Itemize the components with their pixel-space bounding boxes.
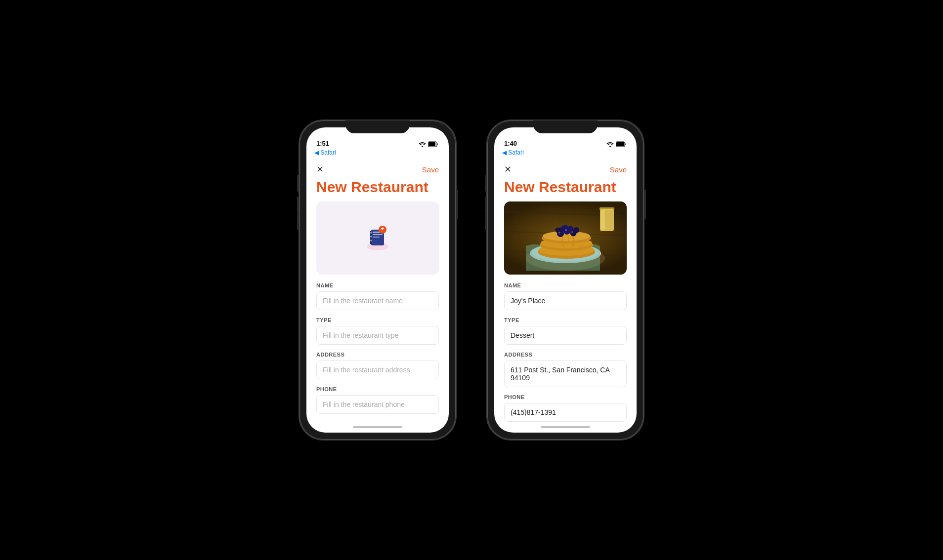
name-value-right[interactable]: Joy's Place [504, 291, 627, 310]
svg-point-0 [422, 146, 423, 147]
screen-right: 1:40 ◀ Safari [494, 127, 637, 433]
svg-rect-2 [429, 142, 435, 146]
nav-bar-left: ✕ Save [306, 160, 449, 177]
svg-rect-44 [600, 207, 614, 210]
svg-point-40 [565, 229, 567, 231]
screen-left: 1:51 [306, 127, 449, 433]
save-button-right[interactable]: Save [610, 165, 627, 174]
wifi-icon-left [419, 142, 426, 147]
address-value-right[interactable]: 611 Post St., San Francisco, CA 94109 [504, 360, 627, 387]
time-right: 1:40 [504, 140, 517, 147]
status-icons-right [606, 141, 627, 147]
phone-label-right: PHONE [504, 394, 627, 400]
address-label-right: ADDRESS [504, 352, 627, 358]
name-input-left[interactable] [316, 291, 439, 310]
add-photo-icon-left [360, 221, 395, 255]
photo-container-right[interactable] [504, 201, 627, 275]
home-indicator-right [494, 422, 637, 433]
form-right: NAME Joy's Place TYPE Dessert ADDRESS 61… [494, 282, 637, 422]
save-button-left[interactable]: Save [422, 165, 439, 174]
time-left: 1:51 [316, 140, 329, 147]
type-value-right[interactable]: Dessert [504, 326, 627, 345]
svg-rect-7 [373, 237, 380, 238]
name-label-left: NAME [316, 282, 439, 288]
pancake-image [504, 201, 627, 275]
left-phone: 1:51 [299, 120, 457, 440]
wifi-icon-right [606, 142, 614, 147]
phone-shell-left: 1:51 [299, 120, 457, 440]
type-label-left: TYPE [316, 317, 439, 323]
battery-icon-left [428, 141, 439, 147]
form-left: NAME TYPE ADDRESS PHONE DESCRIPTION [306, 282, 449, 422]
svg-point-15 [609, 146, 611, 147]
svg-point-12 [370, 232, 372, 234]
svg-rect-6 [373, 234, 383, 235]
address-input-left[interactable] [316, 360, 439, 379]
name-label-right: NAME [504, 282, 627, 288]
home-bar-right [541, 426, 590, 428]
safari-bar-left: ◀ Safari [306, 149, 449, 160]
app-content-left[interactable]: ✕ Save New Restaurant [306, 160, 449, 422]
page-title-right: New Restaurant [494, 177, 637, 201]
photo-placeholder-left[interactable] [316, 201, 439, 275]
home-bar-left [353, 426, 402, 428]
svg-rect-43 [601, 210, 605, 230]
safari-bar-right: ◀ Safari [494, 149, 637, 160]
svg-point-41 [571, 231, 573, 233]
notch-right [533, 120, 598, 133]
svg-point-13 [370, 236, 372, 238]
svg-rect-17 [616, 142, 624, 146]
safari-back-left[interactable]: ◀ Safari [314, 149, 441, 156]
phone-value-right[interactable]: (415)817-1391 [504, 403, 627, 422]
right-phone: 1:40 ◀ Safari [486, 120, 644, 440]
close-button-left[interactable]: ✕ [316, 164, 324, 175]
status-icons-left [419, 141, 439, 147]
svg-rect-10 [382, 228, 383, 230]
type-input-left[interactable] [316, 326, 439, 345]
phone-label-left: PHONE [316, 386, 439, 392]
battery-icon-right [616, 141, 627, 147]
app-content-right[interactable]: ✕ Save New Restaurant [494, 160, 637, 422]
address-label-left: ADDRESS [316, 352, 439, 358]
safari-back-right[interactable]: ◀ Safari [502, 149, 629, 156]
page-title-left: New Restaurant [306, 177, 449, 201]
home-indicator-left [306, 422, 449, 433]
svg-point-39 [558, 232, 560, 234]
notch-left [345, 120, 410, 133]
phone-input-left[interactable] [316, 395, 439, 414]
phone-shell-right: 1:40 ◀ Safari [486, 120, 644, 440]
close-button-right[interactable]: ✕ [504, 164, 512, 175]
type-label-right: TYPE [504, 317, 627, 323]
svg-point-38 [563, 225, 568, 230]
nav-bar-right: ✕ Save [494, 160, 637, 177]
svg-point-36 [573, 227, 579, 233]
svg-point-14 [370, 240, 372, 241]
